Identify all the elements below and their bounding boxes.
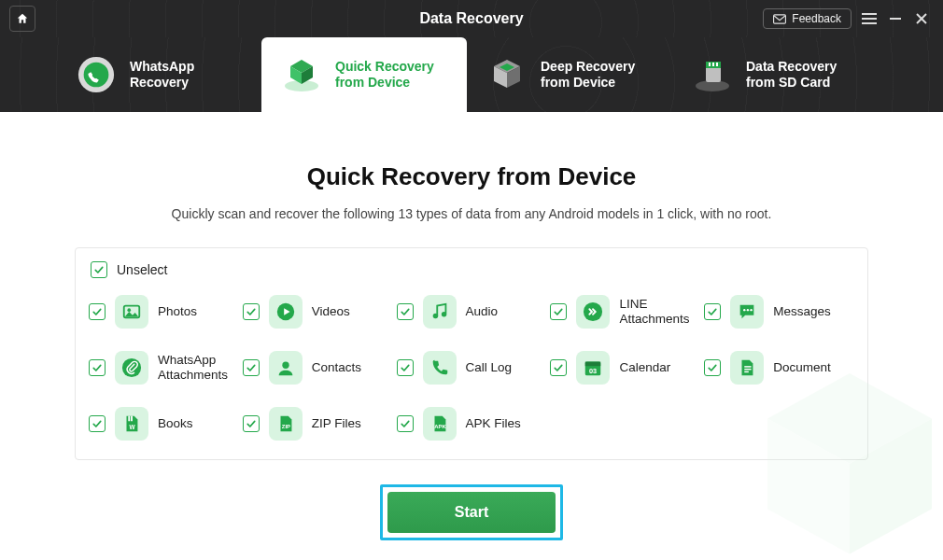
- tab-deep-recovery[interactable]: Deep Recovery from Device: [467, 37, 672, 112]
- data-type-label: WhatsApp Attachments: [158, 353, 239, 383]
- data-type-checkbox[interactable]: [704, 359, 721, 376]
- svg-point-31: [441, 312, 446, 317]
- zip-icon: ZIP: [269, 407, 303, 441]
- data-type-label: LINE Attachments: [619, 297, 700, 327]
- data-type-label: Contacts: [312, 360, 361, 375]
- data-type-checkbox[interactable]: [243, 415, 260, 432]
- svg-point-8: [84, 63, 109, 88]
- data-type-checkbox[interactable]: [243, 303, 260, 320]
- svg-rect-44: [128, 416, 130, 422]
- tab-quick-recovery[interactable]: Quick Recovery from Device: [261, 37, 467, 112]
- data-type-checkbox[interactable]: [550, 359, 567, 376]
- waattach-icon: [115, 351, 148, 385]
- quick-recovery-icon: [281, 54, 322, 95]
- data-type-checkbox[interactable]: [89, 359, 106, 376]
- data-type-waattach: WhatsApp Attachments: [89, 351, 239, 385]
- deep-recovery-icon: [486, 54, 528, 95]
- main-content: Quick Recovery from Device Quickly scan …: [0, 112, 943, 540]
- data-type-audio: Audio: [397, 295, 547, 329]
- feedback-button[interactable]: Feedback: [763, 8, 852, 29]
- data-type-checkbox[interactable]: [704, 303, 721, 320]
- books-icon: W: [115, 407, 148, 441]
- close-button[interactable]: [913, 10, 930, 27]
- data-type-calllog: Call Log: [397, 351, 547, 385]
- tab-label: Quick Recovery from Device: [335, 59, 447, 91]
- svg-point-34: [747, 309, 749, 311]
- close-icon: [915, 12, 928, 25]
- svg-rect-43: [744, 371, 749, 372]
- tab-label: Deep Recovery from Device: [541, 59, 653, 91]
- document-icon: [730, 351, 764, 385]
- svg-rect-42: [744, 369, 751, 370]
- svg-rect-39: [585, 362, 601, 367]
- svg-rect-22: [716, 63, 718, 66]
- data-type-checkbox[interactable]: [243, 359, 260, 376]
- tab-whatsapp[interactable]: WhatsApp Recovery: [56, 37, 261, 112]
- data-type-label: Messages: [773, 304, 831, 319]
- calllog-icon: [423, 351, 457, 385]
- svg-text:03: 03: [589, 367, 597, 375]
- data-type-apk: APK APK Files: [397, 407, 547, 441]
- photos-icon: [115, 295, 148, 329]
- data-type-document: Document: [704, 351, 854, 385]
- data-type-contacts: Contacts: [243, 351, 393, 385]
- data-type-checkbox[interactable]: [89, 303, 106, 320]
- unselect-label: Unselect: [117, 262, 167, 277]
- data-types-panel: Unselect Photos Videos Audio LINE Attach…: [75, 247, 868, 460]
- menu-button[interactable]: [861, 10, 878, 27]
- messages-icon: [730, 295, 764, 329]
- data-type-label: Books: [158, 416, 193, 431]
- home-button[interactable]: [9, 6, 35, 32]
- svg-point-35: [751, 309, 753, 311]
- svg-point-33: [743, 309, 745, 311]
- data-type-checkbox[interactable]: [397, 359, 414, 376]
- data-type-label: Audio: [466, 304, 499, 319]
- tab-label: WhatsApp Recovery: [130, 59, 242, 91]
- tabbar: WhatsApp Recovery Quick Recovery from De…: [0, 37, 943, 112]
- hamburger-icon: [862, 13, 877, 24]
- svg-point-30: [432, 314, 438, 319]
- data-type-checkbox[interactable]: [89, 415, 106, 432]
- svg-point-27: [127, 308, 131, 312]
- contacts-icon: [269, 351, 303, 385]
- data-type-line: LINE Attachments: [550, 295, 700, 329]
- mail-icon: [773, 14, 786, 24]
- tab-label: Data Recovery from SD Card: [746, 59, 858, 91]
- data-type-label: Document: [773, 360, 831, 375]
- data-type-checkbox[interactable]: [397, 415, 414, 432]
- calendar-icon: 03: [576, 351, 610, 385]
- data-type-messages: Messages: [704, 295, 854, 329]
- titlebar: Data Recovery Feedback: [0, 0, 943, 37]
- svg-rect-45: [131, 416, 133, 422]
- minimize-button[interactable]: [887, 10, 904, 27]
- svg-text:ZIP: ZIP: [282, 424, 290, 429]
- svg-rect-21: [712, 63, 714, 66]
- data-type-label: Photos: [158, 304, 197, 319]
- line-icon: [576, 295, 610, 329]
- feedback-label: Feedback: [792, 12, 841, 25]
- start-button[interactable]: Start: [387, 492, 556, 533]
- apk-icon: APK: [423, 407, 457, 441]
- svg-point-37: [282, 362, 289, 369]
- data-type-checkbox[interactable]: [397, 303, 414, 320]
- svg-text:W: W: [129, 424, 135, 430]
- unselect-all-checkbox[interactable]: [91, 261, 107, 278]
- data-type-label: APK Files: [466, 416, 521, 431]
- data-type-videos: Videos: [243, 295, 393, 329]
- minimize-icon: [889, 12, 902, 25]
- page-title: Quick Recovery from Device: [47, 162, 896, 191]
- data-type-label: ZIP Files: [312, 416, 361, 431]
- tab-sd-card[interactable]: Data Recovery from SD Card: [672, 37, 878, 112]
- start-button-highlight: Start: [380, 484, 563, 540]
- videos-icon: [269, 295, 303, 329]
- svg-rect-41: [744, 366, 751, 367]
- data-type-zip: ZIP ZIP Files: [243, 407, 393, 441]
- data-type-photos: Photos: [89, 295, 239, 329]
- data-type-label: Call Log: [466, 360, 513, 375]
- svg-rect-0: [774, 14, 786, 22]
- home-icon: [16, 12, 29, 25]
- data-type-label: Videos: [312, 304, 350, 319]
- whatsapp-icon: [76, 54, 117, 95]
- page-subtitle: Quickly scan and recover the following 1…: [47, 206, 896, 221]
- data-type-checkbox[interactable]: [550, 303, 567, 320]
